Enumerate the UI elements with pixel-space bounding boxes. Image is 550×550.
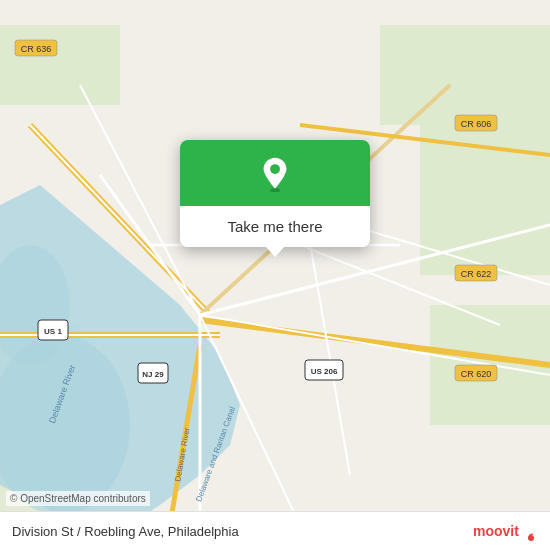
popup-header <box>180 140 370 206</box>
svg-rect-1 <box>0 25 120 105</box>
svg-text:NJ 29: NJ 29 <box>142 370 164 379</box>
svg-text:US 1: US 1 <box>44 327 62 336</box>
svg-point-45 <box>270 164 280 174</box>
svg-text:US 206: US 206 <box>311 367 338 376</box>
location-text: Division St / Roebling Ave, Philadelphia <box>12 524 465 539</box>
map-container: CR 636 CR 606 CR 622 CR 620 US 1 NJ 29 U… <box>0 0 550 550</box>
map-attribution: © OpenStreetMap contributors <box>6 491 150 506</box>
location-popup: Take me there <box>180 140 370 247</box>
moovit-logo-svg: moovit <box>473 520 538 542</box>
moovit-logo: moovit <box>473 520 538 542</box>
svg-rect-2 <box>380 25 550 125</box>
svg-text:CR 636: CR 636 <box>21 44 52 54</box>
map-background: CR 636 CR 606 CR 622 CR 620 US 1 NJ 29 U… <box>0 0 550 550</box>
svg-text:CR 606: CR 606 <box>461 119 492 129</box>
location-pin-icon <box>257 156 293 192</box>
svg-text:CR 620: CR 620 <box>461 369 492 379</box>
svg-text:CR 622: CR 622 <box>461 269 492 279</box>
take-me-there-button[interactable]: Take me there <box>180 206 370 247</box>
svg-text:moovit: moovit <box>473 523 519 539</box>
attribution-text: © OpenStreetMap contributors <box>10 493 146 504</box>
bottom-bar: Division St / Roebling Ave, Philadelphia… <box>0 511 550 550</box>
